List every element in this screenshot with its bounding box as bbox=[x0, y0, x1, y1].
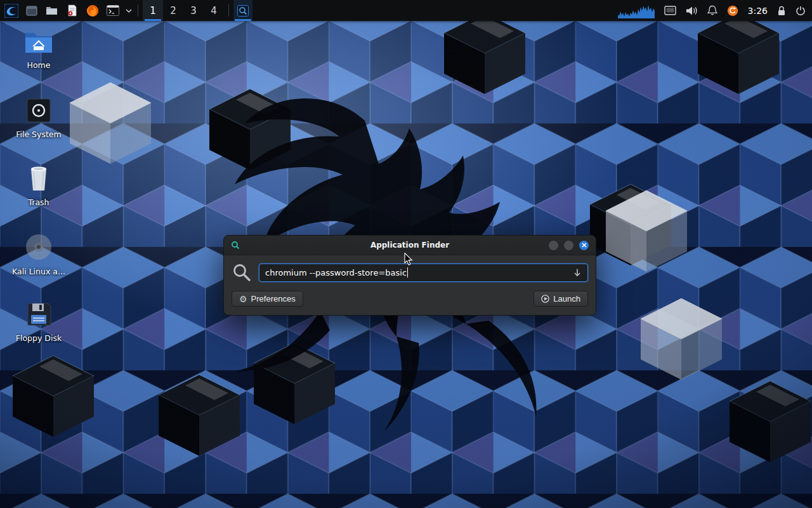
file-manager-launcher[interactable] bbox=[43, 2, 60, 19]
terminal-icon bbox=[107, 5, 119, 16]
maximize-button[interactable] bbox=[564, 241, 573, 250]
desktop-icon-label: Floppy Disk bbox=[16, 333, 62, 343]
updates-icon[interactable] bbox=[727, 5, 738, 17]
close-button[interactable] bbox=[579, 241, 589, 250]
search-icon bbox=[232, 262, 252, 283]
power-icon[interactable] bbox=[796, 6, 806, 16]
finder-button-row: ⚙ Preferences Launch bbox=[232, 291, 588, 307]
trash-icon bbox=[26, 165, 51, 192]
panel-separator bbox=[228, 4, 229, 17]
firefox-icon bbox=[86, 4, 99, 17]
finder-body: chromium --password-store=basic ⚙ Prefer… bbox=[224, 255, 596, 315]
command-input[interactable]: chromium --password-store=basic bbox=[259, 264, 588, 282]
firefox-launcher[interactable] bbox=[84, 2, 101, 19]
window-title: Application Finder bbox=[224, 241, 596, 250]
top-panel: 1 2 3 4 bbox=[0, 0, 812, 21]
desktop-icon-floppy-disk[interactable]: Floppy Disk bbox=[10, 301, 67, 360]
desktop-icon-list: Home File System Trash bbox=[10, 29, 67, 360]
notifications-bell-icon[interactable] bbox=[707, 5, 717, 16]
command-input-value: chromium --password-store=basic bbox=[265, 268, 407, 277]
home-folder-icon bbox=[24, 29, 53, 55]
text-editor-launcher[interactable] bbox=[63, 2, 81, 19]
panel-clock[interactable]: 3:26 bbox=[748, 6, 768, 16]
down-arrow-icon[interactable] bbox=[573, 268, 582, 277]
workspace-3[interactable]: 3 bbox=[183, 0, 204, 21]
window-buttons-area bbox=[233, 0, 252, 21]
terminal-dropdown-caret-icon bbox=[126, 9, 132, 13]
desktop-icon-home[interactable]: Home bbox=[10, 29, 67, 88]
workspace-4[interactable]: 4 bbox=[204, 0, 224, 21]
kali-disc-icon bbox=[25, 233, 53, 261]
gear-icon: ⚙ bbox=[239, 295, 247, 304]
launch-icon bbox=[541, 295, 549, 303]
kali-menu-button[interactable] bbox=[3, 2, 20, 19]
minimize-button[interactable] bbox=[549, 241, 558, 250]
floppy-disk-icon bbox=[25, 301, 52, 328]
desktop-icon-label: File System bbox=[16, 130, 62, 139]
workspace-switcher: 1 2 3 4 bbox=[143, 0, 224, 21]
launch-button-label: Launch bbox=[553, 294, 580, 304]
desktop-icon-label: Trash bbox=[28, 197, 49, 207]
panel-status-area: 3:26 bbox=[618, 0, 812, 21]
text-caret bbox=[407, 267, 408, 277]
desktop-icon-trash[interactable]: Trash bbox=[10, 165, 67, 224]
close-icon bbox=[582, 243, 587, 248]
desktop-window-icon bbox=[26, 5, 37, 17]
desktop-icon-label: Kali Linux a... bbox=[12, 267, 65, 276]
workspace-2[interactable]: 2 bbox=[163, 0, 183, 21]
workspace-1[interactable]: 1 bbox=[143, 0, 163, 21]
display-icon[interactable] bbox=[664, 6, 676, 16]
window-controls bbox=[549, 241, 596, 250]
desktop-icon-kali-disc[interactable]: Kali Linux a... bbox=[10, 233, 67, 292]
preferences-button-label: Preferences bbox=[251, 294, 296, 304]
desktop-window-launcher[interactable] bbox=[23, 2, 40, 19]
terminal-launcher[interactable] bbox=[104, 2, 121, 19]
volume-icon[interactable] bbox=[686, 6, 698, 16]
network-graph-icon[interactable] bbox=[618, 3, 655, 18]
taskbar-application-finder[interactable] bbox=[233, 0, 252, 21]
desktop-icon-label: Home bbox=[27, 60, 51, 70]
file-manager-icon bbox=[46, 4, 58, 17]
search-icon bbox=[237, 5, 249, 17]
terminal-dropdown-button[interactable] bbox=[124, 2, 133, 19]
panel-separator bbox=[138, 4, 138, 17]
file-system-icon bbox=[25, 97, 52, 124]
desktop-icon-file-system[interactable]: File System bbox=[10, 97, 67, 156]
titlebar[interactable]: Application Finder bbox=[224, 236, 596, 255]
preferences-button[interactable]: ⚙ Preferences bbox=[232, 291, 303, 307]
window-title-search-icon bbox=[231, 241, 240, 250]
text-editor-icon bbox=[67, 4, 78, 17]
panel-launchers bbox=[0, 0, 133, 21]
kali-menu-icon bbox=[4, 4, 18, 18]
application-finder-window: Application Finder bbox=[223, 235, 596, 316]
search-row: chromium --password-store=basic bbox=[232, 262, 588, 283]
launch-button[interactable]: Launch bbox=[534, 291, 588, 307]
lock-icon[interactable] bbox=[777, 6, 786, 16]
